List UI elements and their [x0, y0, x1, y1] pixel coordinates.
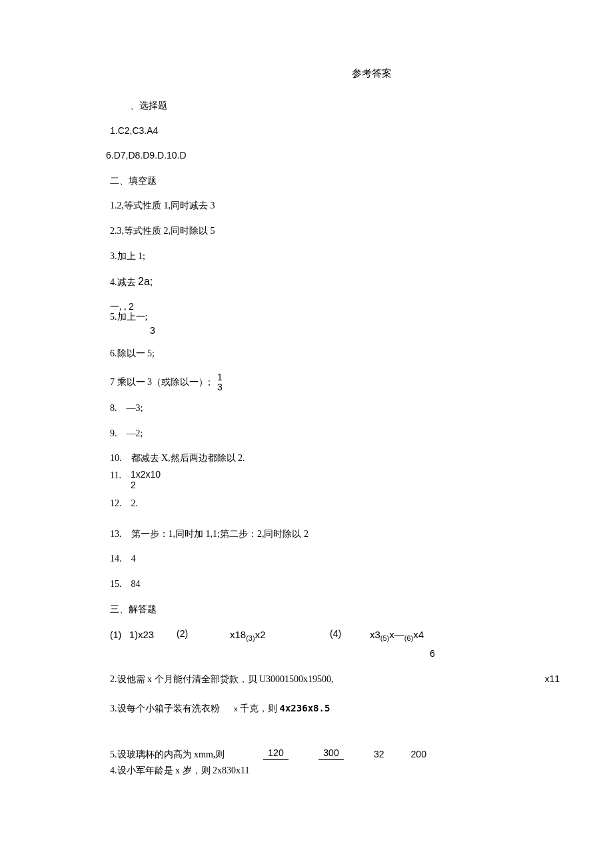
s2-q4-val: 2a;: [138, 276, 153, 287]
s2-q7-prefix: 7 乘以一 3（或除以一）;: [110, 376, 211, 389]
s2-q1: 1.2,等式性质 1,同时减去 3: [110, 199, 560, 213]
r1-b-val: x18: [230, 629, 246, 640]
s2-q11-bot: 2: [131, 480, 161, 490]
s3-trail6: 6: [430, 648, 560, 661]
s2-q5-prefix: 5.加上一;: [110, 312, 147, 322]
s3-q3: 3.设每个小箱子装有洗衣粉 x 千克，则 4x236x8.5: [110, 702, 560, 715]
s2-q15: 15. 84: [110, 578, 560, 591]
s2-q11-num: 11.: [110, 469, 121, 482]
s3-q5: 5.设玻璃杯的内高为 xmm,则 120 300 32 200: [110, 748, 560, 761]
r1-d-mid: x—: [389, 629, 404, 640]
s2-q4: 4.减去 2a;: [110, 274, 560, 289]
r1-b-sub: (3): [246, 634, 255, 642]
s3-q2-left: 2.设他需 x 个月能付清全部贷款，贝 U30001500x19500,: [110, 673, 544, 686]
s2-q5-top: 一, ,: [110, 302, 129, 312]
s2-q5-denom: 3: [150, 324, 560, 338]
s2-q14: 14. 4: [110, 552, 560, 566]
s2-q11-top: 1x2x10: [131, 469, 161, 480]
s3-q5-f2: 300: [318, 748, 344, 761]
fraction-bar-icon: [263, 759, 289, 760]
s3-q4: 4.设小军年龄是 x 岁，则 2x830x11: [110, 764, 560, 777]
s3-q2-right: x11: [544, 673, 560, 686]
s2-q4-prefix: 4.减去: [110, 277, 138, 287]
s3-q5-label: 5.设玻璃杯的内高为 xmm,则: [110, 748, 263, 761]
s3-q5-n2: 200: [411, 748, 426, 761]
s2-q2: 2.3,等式性质 2,同时除以 5: [110, 224, 560, 238]
s2-q7-top: 1: [217, 372, 223, 382]
s2-q11: 11. 1x2x10 2: [110, 469, 560, 490]
r1-d-paren: (4): [330, 628, 341, 639]
q5-f2-val: 300: [323, 748, 338, 758]
r1-a-val: 1)x23: [129, 629, 155, 640]
r1-a-paren: (1): [110, 630, 121, 640]
section-1-header: 、选择题: [130, 99, 560, 113]
section-2-header: 二、填空题: [110, 175, 560, 188]
s3-q3-prefix: 3.设每个小箱子装有洗衣粉: [110, 703, 220, 713]
s3-q3-suffix: 千克，则: [240, 703, 280, 713]
r1-d-tail: x4: [413, 629, 424, 640]
fraction-bar-icon: [318, 759, 344, 760]
s2-q8: 8. —3;: [110, 402, 560, 415]
s3-q5-n1: 32: [374, 748, 384, 761]
r1-d-sub2: (6): [404, 634, 413, 642]
r1-d-val: x3: [370, 629, 380, 640]
s2-q6: 6.除以一 5;: [110, 347, 560, 360]
s3-q2: 2.设他需 x 个月能付清全部贷款，贝 U30001500x19500, x11: [110, 673, 560, 686]
s1-line2: 6.D7,D8.D9.D.10.D: [106, 149, 560, 163]
s2-q10: 10. 都减去 X,然后两边都除以 2.: [110, 452, 560, 465]
s3-q3-mono: 4x236x8.5: [280, 703, 330, 713]
s2-q5: 一, , 2 5.加上一;: [110, 302, 560, 322]
s3-q5-f1: 120: [263, 748, 289, 761]
s2-q7-bot: 3: [217, 382, 223, 392]
page-title: 参考答案: [183, 67, 560, 81]
s2-q12: 12. 2.: [110, 497, 560, 510]
s2-q5-topnum: 2: [129, 301, 134, 312]
s1-line1: 1.C2,C3.A4: [110, 125, 560, 138]
s2-q3: 3.加上 1;: [110, 250, 560, 263]
r1-d-sub1: (5): [380, 634, 389, 642]
s3-q3-mid: x: [234, 705, 238, 713]
r1-b-paren: (2): [177, 628, 188, 639]
r1-b-tail: x2: [255, 629, 266, 640]
s2-q7: 7 乘以一 3（或除以一）; 1 3: [110, 372, 560, 393]
s3-row1: (1) 1)x23 (2) x18(3)x2 (4) x3(5)x—(6)x4: [110, 628, 560, 644]
section-3-header: 三、解答题: [110, 603, 560, 616]
s2-q9: 9. —2;: [110, 427, 560, 440]
s2-q13: 13. 第一步：1,同时加 1,1;第二步：2,同时除以 2: [110, 528, 560, 541]
q5-f1-val: 120: [268, 748, 283, 758]
